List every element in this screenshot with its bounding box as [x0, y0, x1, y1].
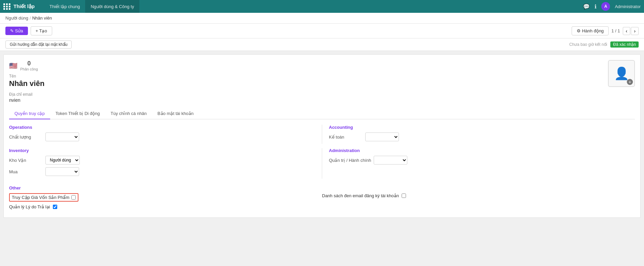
- tab-access[interactable]: Quyền truy cập: [9, 108, 50, 119]
- operations-field-chat-luong: Chất lượng: [9, 132, 315, 141]
- truy-cap-gia-von-highlighted: Truy Cập Giá Vốn Sản Phẩm: [9, 193, 78, 202]
- mua-label: Mua: [9, 169, 43, 174]
- next-page-button[interactable]: ›: [631, 27, 639, 35]
- other-left-col: Truy Cập Giá Vốn Sản Phẩm Quản lý Lý do …: [9, 193, 322, 212]
- accounting-title: Accounting: [329, 125, 635, 130]
- main-content: 🇺🇸 0 Phân công Tên Nhân viên Địa chỉ ema…: [3, 54, 641, 218]
- v-divider-2: [322, 148, 322, 179]
- topbar-nav: Thiết lập chung Người dùng & Công ty: [44, 0, 139, 13]
- chat-luong-select[interactable]: [45, 132, 79, 141]
- administration-title: Administration: [329, 148, 635, 153]
- nav-item-general[interactable]: Thiết lập chung: [44, 0, 85, 13]
- flag-area: 🇺🇸 0 Phân công: [9, 60, 608, 71]
- sections-row-2: Inventory Kho Vận Người dùng Mua Adminis…: [9, 148, 635, 179]
- other-right-col: Danh sách đen email đăng ký tài khoản: [322, 193, 635, 212]
- username-label[interactable]: Administrator: [615, 4, 641, 9]
- v-divider-1: [322, 125, 322, 144]
- assignment-count: 0: [20, 60, 38, 67]
- status-badges: Chưa bao giờ kết nối Đã xác nhận: [569, 41, 639, 48]
- other-fields-row: Truy Cập Giá Vốn Sản Phẩm Quản lý Lý do …: [9, 193, 635, 212]
- kho-van-select[interactable]: Người dùng: [45, 156, 80, 165]
- nav-item-users-company[interactable]: Người dùng & Công ty: [85, 0, 139, 13]
- edit-button[interactable]: ✎ Sửa: [5, 27, 28, 35]
- other-field-danh-sach-den: Danh sách đen email đăng ký tài khoản: [322, 193, 635, 198]
- administration-section: Administration Quản trị / Hành chính: [329, 148, 635, 179]
- ke-toan-label: Kế toán: [329, 135, 363, 140]
- prev-page-button[interactable]: ‹: [623, 27, 631, 35]
- email-label: Địa chỉ email: [9, 92, 608, 97]
- email-value: nvien: [9, 97, 608, 103]
- other-field-truy-cap-gia-von: Truy Cập Giá Vốn Sản Phẩm: [9, 193, 322, 202]
- other-title: Other: [9, 185, 635, 190]
- other-section: Other Truy Cập Giá Vốn Sản Phẩm Quản lý …: [9, 185, 635, 212]
- assignment-block: 0 Phân công: [20, 60, 38, 71]
- form-header: 🇺🇸 0 Phân công Tên Nhân viên Địa chỉ ema…: [9, 60, 635, 103]
- avatar-area[interactable]: 👤 +: [608, 60, 635, 87]
- quan-ly-ly-do-label: Quản lý Lý do Trả lại: [9, 204, 50, 209]
- toolbar: ✎ Sửa + Tạo ⚙ Hành động 1 / 1 ‹ ›: [0, 24, 644, 38]
- avatar-upload: 👤 +: [608, 60, 635, 87]
- breadcrumb-current: Nhân viên: [32, 16, 52, 21]
- danh-sach-den-label: Danh sách đen email đăng ký tài khoản: [322, 193, 399, 198]
- truy-cap-gia-von-checkbox[interactable]: [71, 195, 76, 200]
- avatar-add-icon: +: [627, 79, 633, 85]
- assignment-label: Phân công: [20, 67, 38, 71]
- sections-row-1: Operations Chất lượng Accounting Kế toán: [9, 125, 635, 144]
- app-grid-icon[interactable]: [3, 3, 11, 10]
- not-connected-badge: Chưa bao giờ kết nối: [569, 42, 607, 47]
- truy-cap-gia-von-label: Truy Cập Giá Vốn Sản Phẩm: [12, 195, 69, 200]
- breadcrumb: Người dùng / Nhân viên: [0, 13, 644, 24]
- app-title: Thiết lập: [13, 3, 35, 9]
- breadcrumb-parent[interactable]: Người dùng: [5, 16, 28, 21]
- ke-toan-select[interactable]: [365, 132, 399, 141]
- action-button[interactable]: ⚙ Hành động: [572, 26, 609, 35]
- send-reset-password-button[interactable]: Gửi hướng dẫn đặt lại mật khẩu: [5, 40, 72, 49]
- quan-tri-label: Quản trị / Hành chính: [329, 158, 371, 163]
- tab-token[interactable]: Token Thiết bị Di động: [50, 108, 105, 119]
- tabs: Quyền truy cập Token Thiết bị Di động Tù…: [9, 108, 635, 119]
- flag-icon: 🇺🇸: [9, 62, 18, 70]
- inventory-section: Inventory Kho Vận Người dùng Mua: [9, 148, 315, 179]
- name-value: Nhân viên: [9, 79, 608, 88]
- avatar-person-icon: 👤: [614, 66, 629, 81]
- breadcrumb-separator: /: [30, 16, 31, 21]
- pagination-info: 1 / 1: [611, 28, 620, 33]
- verified-badge: Đã xác nhận: [610, 41, 639, 48]
- info-icon[interactable]: ℹ: [595, 3, 597, 10]
- chat-icon[interactable]: 💬: [583, 3, 590, 10]
- kho-van-label: Kho Vận: [9, 158, 43, 163]
- form-main-fields: 🇺🇸 0 Phân công Tên Nhân viên Địa chỉ ema…: [9, 60, 608, 103]
- mua-select[interactable]: [45, 167, 79, 176]
- operations-section: Operations Chất lượng: [9, 125, 315, 144]
- quan-ly-ly-do-checkbox[interactable]: [53, 205, 57, 209]
- subtoolbar: Gửi hướng dẫn đặt lại mật khẩu Chưa bao …: [0, 38, 644, 51]
- operations-title: Operations: [9, 125, 315, 130]
- pagination-controls: ‹ ›: [623, 27, 639, 35]
- tab-customization[interactable]: Tùy chỉnh cá nhân: [105, 108, 152, 119]
- topbar: Thiết lập Thiết lập chung Người dùng & C…: [0, 0, 644, 13]
- quan-tri-select[interactable]: [374, 156, 407, 165]
- avatar[interactable]: A: [601, 2, 610, 11]
- accounting-section: Accounting Kế toán: [329, 125, 635, 144]
- danh-sach-den-checkbox[interactable]: [402, 194, 406, 198]
- administration-field-quan-tri: Quản trị / Hành chính: [329, 156, 635, 165]
- chat-luong-label: Chất lượng: [9, 135, 43, 140]
- create-button[interactable]: + Tạo: [31, 26, 52, 35]
- accounting-field-ke-toan: Kế toán: [329, 132, 635, 141]
- inventory-field-mua: Mua: [9, 167, 315, 176]
- inventory-field-kho-van: Kho Vận Người dùng: [9, 156, 315, 165]
- inventory-title: Inventory: [9, 148, 315, 153]
- name-label: Tên: [9, 74, 608, 79]
- other-field-quan-ly-ly-do: Quản lý Lý do Trả lại: [9, 204, 322, 209]
- tab-security[interactable]: Bảo mật tài khoản: [152, 108, 199, 119]
